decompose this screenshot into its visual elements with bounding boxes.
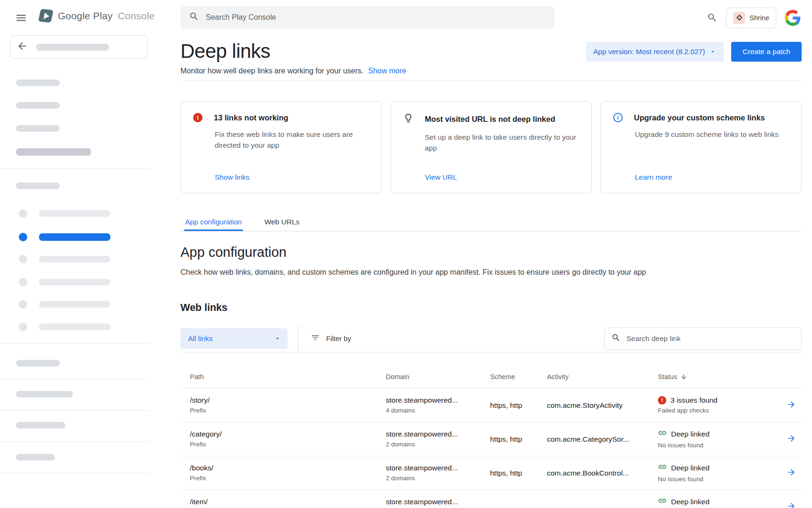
sidebar-divider [0,343,149,344]
search-icon [611,333,621,344]
deep-link-search-input[interactable] [626,334,795,343]
link-icon [658,496,667,507]
card-body: Fix these web links to make sure users a… [215,129,370,151]
sidebar-divider [0,473,149,473]
table-row[interactable]: /item/ store.steampowered... Deep linked [180,490,802,508]
path-value: /story/ [190,396,386,405]
search-icon [189,11,199,24]
caret-down-icon [710,48,716,55]
section-description: Check how web links, domains, and custom… [180,268,802,277]
status-header-label: Status [658,373,677,381]
google-account-avatar[interactable] [785,10,801,26]
path-type: Prefix [190,407,386,415]
sidebar-divider [0,379,149,380]
status-value: Deep linked [671,498,710,506]
deep-link-search[interactable] [604,327,802,350]
sidebar-skeleton-bar [16,422,65,429]
filter-by-label: Filter by [326,334,351,342]
link-icon [658,429,667,439]
card-body: Upgrade 9 custom scheme links to web lin… [635,129,790,140]
show-more-link[interactable]: Show more [368,65,406,77]
column-header-activity: Activity [547,373,658,381]
play-console-app: Google Play Console Shrine [0,0,812,508]
sidebar-skeleton-bar [16,391,73,397]
arrow-forward-icon[interactable] [787,400,796,411]
learn-more-link[interactable]: Learn more [635,173,790,182]
column-header-status[interactable]: Status [658,373,773,381]
sidebar-item-icon [19,278,27,286]
scheme-value: https, http [490,401,547,410]
domain-value: store.steampowered... [386,396,490,405]
arrow-forward-icon[interactable] [787,434,796,445]
status-detail: No issues found [658,442,773,450]
status-detail: Failed app checks [658,407,773,415]
page-subtitle: Monitor how well deep links are working … [180,65,364,77]
view-url-link[interactable]: View URL [425,173,580,182]
shrine-app-icon [733,12,745,24]
sidebar-divider [0,410,149,411]
domain-value: store.steampowered... [386,498,490,506]
back-button[interactable] [10,35,148,59]
activity-value: com.acme.StoryActivity [547,401,658,410]
sidebar-divider [0,442,149,442]
web-links-table: Path Domain Scheme Activity Status /stor… [180,352,802,508]
sidebar-skeleton-bar [16,148,91,156]
sidebar-item-icon [19,323,27,331]
table-row[interactable]: /books/ Prefix store.steampowered... 2 d… [180,456,802,490]
header-actions: App version: Most recent (8.2.027) Creat… [586,42,802,62]
sidebar-skeleton-bar [36,44,109,51]
sidebar-skeleton-bar [16,360,60,366]
sidebar-item-icon [19,300,27,309]
path-type: Prefix [190,475,386,483]
sidebar-skeleton-bar [39,324,110,330]
sidebar-skeleton-bar [39,233,110,241]
app-version-dropdown[interactable]: App version: Most recent (8.2.027) [586,42,724,62]
status-value: 3 issues found [671,396,718,405]
create-patch-button[interactable]: Create a patch [731,42,802,62]
global-search[interactable] [180,6,554,29]
sort-descending-icon [680,373,687,381]
column-header-path: Path [180,373,386,381]
domain-count: 2 domains [386,441,490,449]
path-type: Prefix [190,441,386,449]
show-links-link[interactable]: Show links [215,173,370,182]
global-search-input[interactable] [206,13,546,22]
app-selector-label: Shrine [750,14,769,22]
link-icon [658,462,667,473]
filter-by-button[interactable]: Filter by [311,333,351,344]
sidebar-divider [0,168,149,169]
sidebar-skeleton-bar [39,210,110,217]
tab-web-urls[interactable]: Web URLs [264,214,301,231]
activity-value: com.acme.BookControl... [547,469,658,477]
main-content: Deep links Monitor how well deep links a… [180,35,802,508]
logo-text-secondary: Console [118,10,155,21]
app-selector-chip[interactable]: Shrine [726,8,776,28]
topbar-actions: Shrine [707,0,801,35]
links-filter-dropdown[interactable]: All links [180,328,288,349]
toolbar-divider [298,325,298,352]
status-value: Deep linked [671,430,710,438]
table-header: Path Domain Scheme Activity Status [180,352,802,389]
menu-icon[interactable] [15,12,27,24]
logo-text-primary: Google Play [58,10,113,21]
tab-app-configuration[interactable]: App configuration [184,214,243,231]
path-value: /category/ [190,430,386,438]
sidebar-skeleton-bar [39,301,110,308]
sidebar [0,35,149,508]
arrow-forward-icon[interactable] [787,468,796,479]
sidebar-skeleton-bar [16,125,60,132]
path-value: /item/ [190,498,386,506]
arrow-forward-icon[interactable] [787,501,796,508]
scheme-value: https, http [490,469,547,477]
card-title: Upgrade your custom scheme links [634,113,765,122]
app-version-label: App version: Most recent (8.2.027) [593,48,705,56]
table-row[interactable]: /story/ Prefix store.steampowered... 4 d… [180,389,802,422]
sidebar-item-icon [19,209,27,218]
domain-count: 4 domains [386,407,490,415]
arrow-back-icon [16,40,28,54]
scheme-value: https, http [490,435,547,444]
error-icon: ! [193,113,203,122]
lightbulb-icon [403,113,414,125]
table-row[interactable]: /category/ Prefix store.steampowered... … [180,422,802,456]
search-icon-button[interactable] [707,12,718,23]
